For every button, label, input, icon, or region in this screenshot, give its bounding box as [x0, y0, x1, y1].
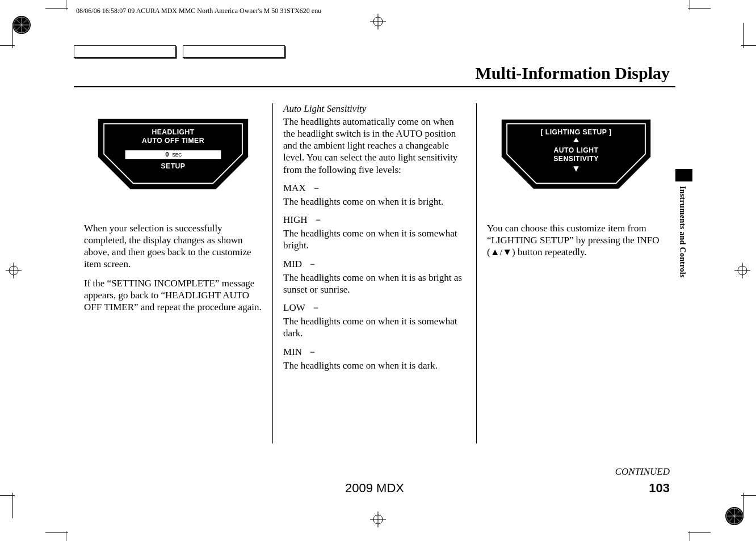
crop-mark	[688, 8, 711, 9]
register-mark-icon	[370, 512, 386, 527]
section-title: Multi-Information Display	[475, 64, 670, 82]
column-3: [ LIGHTING SETUP ] AUTO LIGHT SENSITIVIT…	[477, 103, 675, 443]
dash: －	[309, 302, 321, 313]
dash: －	[305, 346, 317, 357]
level-desc: The headlights come on when it is bright…	[283, 196, 466, 208]
thumb-tab: Instruments and Controls	[675, 169, 690, 278]
register-mark-icon	[734, 263, 750, 278]
up-triangle-icon: ▲	[490, 247, 500, 257]
dash: －	[309, 183, 321, 193]
column-1: HEADLIGHT AUTO OFF TIMER 0 SEC SETUP Whe…	[74, 103, 272, 443]
register-mark-icon	[370, 14, 386, 29]
register-mark-icon	[6, 263, 22, 278]
press-mark-icon	[11, 15, 32, 35]
level-heading: LOW －	[283, 301, 466, 314]
revision-box	[183, 45, 285, 58]
level-heading: MIN －	[283, 345, 466, 358]
crop-mark	[690, 0, 690, 10]
level-desc: The headlights come on when it is somewh…	[283, 315, 466, 340]
dash: －	[311, 214, 323, 225]
display-setup: SETUP	[161, 162, 186, 170]
level-name: HIGH	[283, 214, 308, 225]
crop-mark	[45, 8, 68, 9]
crop-mark	[12, 493, 13, 518]
thumb-tab-mark	[675, 169, 692, 181]
level-name: MID	[283, 259, 302, 269]
revision-box	[74, 45, 176, 58]
display-line1: AUTO LIGHT	[554, 146, 599, 154]
crop-mark	[688, 532, 711, 533]
display-unit: SEC	[172, 152, 182, 158]
continued-label: CONTINUED	[74, 466, 675, 477]
column-2: Auto Light Sensitivity The headlights au…	[272, 103, 477, 443]
model-year: 2009 MDX	[345, 481, 404, 496]
crop-mark	[66, 0, 66, 10]
display-line2: SENSITIVITY	[553, 154, 599, 162]
display-line1: HEADLIGHT	[152, 128, 194, 136]
crop-mark	[66, 531, 66, 541]
press-mark-icon	[724, 506, 745, 526]
down-triangle-icon: ▼	[502, 247, 512, 257]
footer: CONTINUED 2009 MDX 103	[74, 466, 675, 496]
subhead: Auto Light Sensitivity	[283, 103, 466, 115]
display-line2: AUTO OFF TIMER	[142, 137, 204, 145]
content-frame: Multi-Information Display HEADLIGHT AUTO…	[74, 45, 675, 493]
level-name: MIN	[283, 346, 302, 357]
level-name: LOW	[283, 302, 305, 313]
crop-mark	[743, 23, 744, 48]
paragraph: The headlights automatically come on whe…	[283, 116, 466, 176]
columns: HEADLIGHT AUTO OFF TIMER 0 SEC SETUP Whe…	[74, 103, 675, 443]
page-number: 103	[649, 481, 670, 496]
display-value: 0	[165, 151, 169, 158]
dash: －	[305, 259, 317, 269]
level-desc: The headlights come on when it is dark.	[283, 360, 466, 371]
page: 08/06/06 16:58:07 09 ACURA MDX MMC North…	[0, 0, 756, 541]
level-heading: MID －	[283, 257, 466, 270]
crop-mark	[45, 532, 68, 533]
display-headlight-auto-off: HEADLIGHT AUTO OFF TIMER 0 SEC SETUP	[88, 109, 258, 194]
level-desc: The headlights come on when it is as bri…	[283, 272, 466, 296]
level-heading: MAX －	[283, 181, 466, 195]
print-slug: 08/06/06 16:58:07 09 ACURA MDX MMC North…	[76, 7, 321, 15]
thumb-tab-label: Instruments and Controls	[678, 186, 687, 278]
text-run: ) button repeatedly.	[512, 247, 587, 257]
paragraph: When your selection is successfully comp…	[84, 222, 262, 270]
level-desc: The headlights come on when it is somewh…	[283, 227, 466, 252]
level-heading: HIGH －	[283, 213, 466, 226]
crop-mark	[690, 531, 690, 541]
paragraph: If the “SETTING INCOMPLETE” message appe…	[84, 277, 262, 314]
display-bracket: [ LIGHTING SETUP ]	[540, 128, 611, 136]
display-lighting-setup: [ LIGHTING SETUP ] AUTO LIGHT SENSITIVIT…	[491, 109, 661, 194]
paragraph: You can choose this customize item from …	[487, 222, 665, 259]
level-name: MAX	[283, 183, 306, 193]
rule	[74, 86, 675, 87]
revision-boxes	[74, 45, 675, 58]
